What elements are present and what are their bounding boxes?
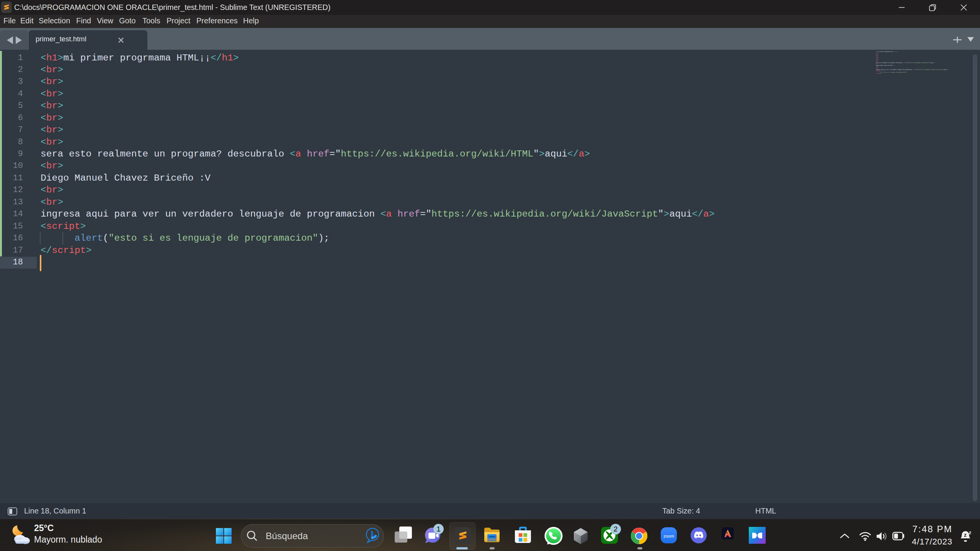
svg-text:z: z	[964, 532, 967, 538]
svg-text:z: z	[969, 530, 972, 535]
svg-text:zoom: zoom	[663, 534, 674, 538]
